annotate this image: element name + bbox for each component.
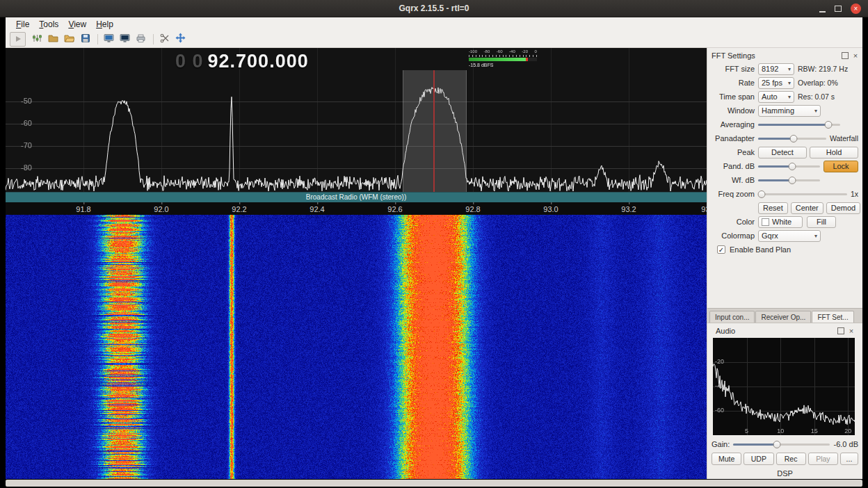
menu-tools[interactable]: Tools <box>34 18 63 31</box>
averaging-label: Averaging <box>712 120 755 129</box>
reset-button[interactable]: Reset <box>758 202 788 214</box>
dock-tab-bar: Input con... Receiver Op... FFT Set... <box>707 308 862 323</box>
wf-db-slider[interactable] <box>758 175 820 186</box>
pandapter-view-button[interactable] <box>102 33 116 46</box>
rate-select[interactable]: 25 fps <box>758 77 794 89</box>
audio-fft-canvas <box>713 338 855 435</box>
mute-button[interactable]: Mute <box>712 453 741 465</box>
freq-tick-label: 93. <box>701 205 707 213</box>
menu-file[interactable]: File <box>11 18 34 31</box>
averaging-slider[interactable] <box>758 120 840 130</box>
colormap-label: Colormap <box>712 231 755 240</box>
window-select[interactable]: Hamming <box>758 105 821 117</box>
start-dsp-button[interactable] <box>10 32 26 47</box>
display-icon <box>104 33 114 46</box>
enable-band-plan-checkbox[interactable] <box>717 245 725 254</box>
freq-tick-label: 92.4 <box>310 205 324 213</box>
freq-tick-label: 92.2 <box>232 205 246 213</box>
lock-button[interactable]: Lock <box>823 161 858 172</box>
freq-tick-label: 93.2 <box>621 205 636 213</box>
chevron-down-icon <box>788 94 791 100</box>
waterfall-view-button[interactable] <box>118 33 132 46</box>
menu-help[interactable]: Help <box>91 18 118 31</box>
audio-header: Audio <box>712 323 858 337</box>
pandapter-area: -50 -60 -70 -80 0 092.700.000 -100 -80 -… <box>6 48 707 215</box>
play-button[interactable]: Play <box>808 453 838 465</box>
colormap-select[interactable]: Gqrx <box>758 230 821 242</box>
dbfs-bar <box>469 58 537 61</box>
fft-size-label: FFT size <box>712 65 755 73</box>
frequency-display[interactable]: 0 092.700.000 <box>175 51 309 72</box>
dock-close-icon[interactable] <box>852 52 859 59</box>
open-folder-button[interactable] <box>62 33 77 46</box>
reset-center-demod-row: Reset Center Demod <box>712 201 858 215</box>
maximize-button[interactable] <box>835 6 842 12</box>
display-dark-icon <box>120 33 130 46</box>
wf-db-label: Wf. dB <box>712 176 755 184</box>
fft-size-select[interactable]: 8192 <box>758 63 794 75</box>
more-button[interactable]: ... <box>840 453 858 465</box>
fill-button[interactable]: Fill <box>807 216 836 228</box>
pand-db-slider[interactable] <box>758 161 820 172</box>
dbfs-tick: 0 <box>535 49 537 54</box>
rate-value: 25 fps <box>762 79 782 87</box>
fft-size-row: FFT size 8192 RBW: 219.7 Hz <box>712 62 858 76</box>
demod-button[interactable]: Demod <box>826 202 860 214</box>
io-devices-button[interactable] <box>30 33 45 46</box>
record-button[interactable] <box>134 33 148 46</box>
db-axis-label: -80 <box>13 163 32 172</box>
freq-tick-label: 92.0 <box>154 205 168 213</box>
waterfall-label: Waterfall <box>830 134 858 143</box>
dbfs-tick: -60 <box>497 49 503 54</box>
peak-row: Peak Detect Hold <box>712 145 858 159</box>
pand-db-label: Pand. dB <box>712 162 755 170</box>
fft-settings-title: FFT Settings <box>712 51 838 60</box>
overlap-text: Overlap: 0% <box>798 79 838 87</box>
dock-float-icon[interactable] <box>842 52 849 59</box>
load-settings-button[interactable] <box>46 33 61 46</box>
cut-button[interactable] <box>157 33 172 46</box>
enable-band-plan-row: Enable Band Plan <box>712 243 858 257</box>
udp-button[interactable]: UDP <box>744 453 773 465</box>
band-plan-strip: Broadcast Radio (WFM (stereo)) <box>6 192 707 202</box>
center-button[interactable]: Center <box>791 202 823 214</box>
frequency-digits: 92.700.000 <box>208 51 309 72</box>
tab-input-controls[interactable]: Input con... <box>709 311 755 323</box>
menubar: File Tools View Help <box>6 17 862 31</box>
bottom-bar <box>0 480 868 488</box>
minimize-button[interactable] <box>819 6 826 13</box>
floppy-save-icon <box>81 33 90 46</box>
time-span-select[interactable]: Auto <box>758 91 794 103</box>
window-row: Window Hamming <box>712 104 858 117</box>
dock-float-icon[interactable] <box>837 327 844 334</box>
frequency-scale[interactable]: 91.892.092.292.492.692.893.093.293. <box>6 202 707 215</box>
tab-receiver-options[interactable]: Receiver Op... <box>755 311 811 323</box>
gain-slider[interactable] <box>733 439 829 450</box>
scissors-icon <box>160 33 170 46</box>
dock-close-icon[interactable] <box>848 327 855 334</box>
save-settings-button[interactable] <box>78 33 93 46</box>
db-axis-label: -70 <box>13 141 32 149</box>
gain-label: Gain: <box>712 440 730 448</box>
dsp-label: DSP <box>712 469 858 478</box>
waterfall-canvas[interactable] <box>6 215 707 479</box>
pan-button[interactable] <box>173 33 188 46</box>
peak-hold-button[interactable]: Hold <box>810 147 858 158</box>
toolbar-separator <box>153 34 154 44</box>
color-label: Color <box>712 218 755 226</box>
freq-zoom-slider[interactable] <box>758 189 847 200</box>
freq-tick-label: 92.6 <box>387 205 402 213</box>
window-body: File Tools View Help <box>6 17 862 479</box>
tab-fft-settings[interactable]: FFT Set... <box>812 311 853 323</box>
color-select[interactable]: White <box>758 216 803 228</box>
peak-detect-button[interactable]: Detect <box>758 147 807 158</box>
time-span-row: Time span Auto Res: 0.07 s <box>712 90 858 104</box>
dbfs-value: -15.8 dBFS <box>469 63 537 67</box>
chevron-down-icon <box>788 66 791 72</box>
split-slider[interactable] <box>758 133 826 144</box>
close-button[interactable] <box>851 3 861 14</box>
pandapter-canvas[interactable] <box>6 48 707 192</box>
rec-button[interactable]: Rec <box>776 453 806 465</box>
chevron-down-icon <box>788 80 791 86</box>
menu-view[interactable]: View <box>63 18 91 31</box>
